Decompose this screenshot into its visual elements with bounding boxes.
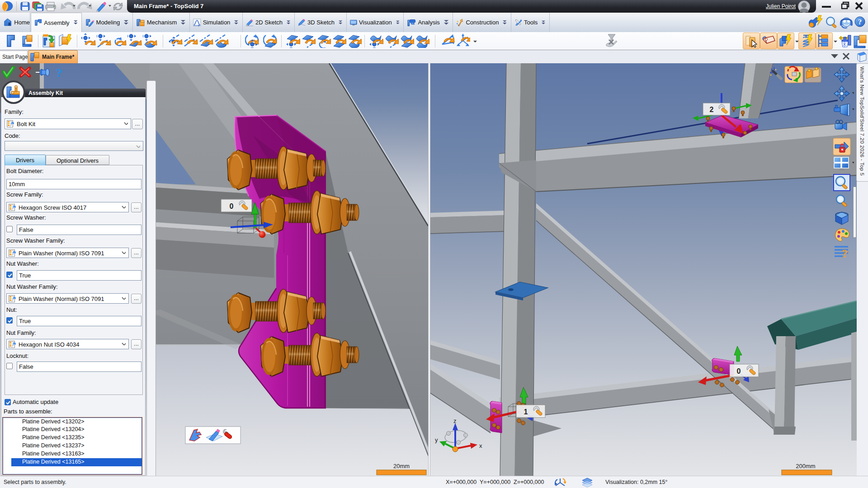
svg-text:?: ?	[56, 66, 62, 80]
svg-text:y: y	[435, 436, 438, 443]
svg-text:0: 0	[230, 202, 234, 210]
svg-text:?: ?	[858, 18, 862, 26]
svg-text:2: 2	[710, 106, 714, 113]
svg-text:20mm: 20mm	[393, 463, 410, 469]
svg-text:1: 1	[524, 408, 528, 416]
svg-text:0: 0	[737, 367, 741, 375]
svg-text:z: z	[453, 418, 457, 424]
svg-text:?: ?	[842, 247, 848, 260]
svg-text:x: x	[479, 442, 482, 449]
svg-text:200mm: 200mm	[796, 463, 815, 469]
